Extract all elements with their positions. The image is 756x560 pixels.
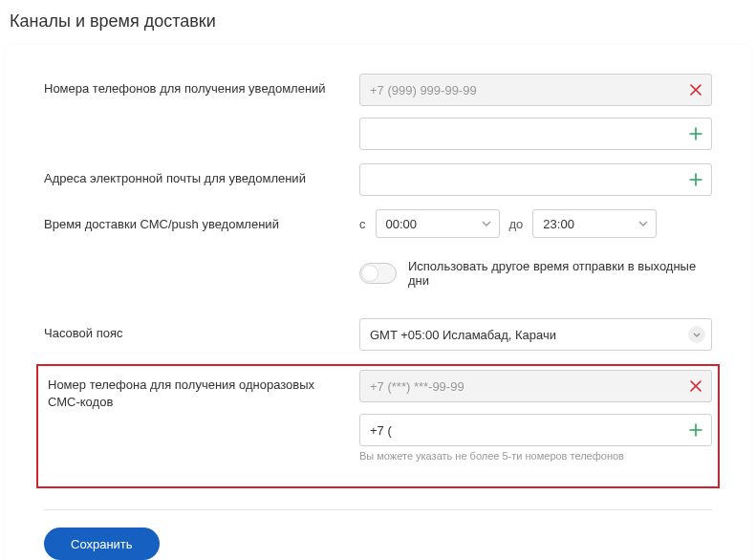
weekend-toggle[interactable] bbox=[359, 263, 397, 284]
time-to-value: 23:00 bbox=[543, 217, 574, 231]
sms-code-masked-wrap bbox=[359, 370, 712, 402]
emails-label: Адреса электронной почты для уведомлений bbox=[44, 163, 359, 187]
sms-code-masked-input bbox=[359, 370, 712, 402]
phones-label: Номера телефонов для получения уведомлен… bbox=[44, 74, 359, 97]
time-from-value: 00:00 bbox=[386, 217, 418, 231]
emails-row: Адреса электронной почты для уведомлений bbox=[44, 163, 712, 196]
email-add-wrap bbox=[359, 163, 712, 196]
phone-masked-wrap bbox=[359, 74, 712, 106]
save-button[interactable]: Сохранить bbox=[44, 528, 160, 560]
sms-codes-row: Номер телефона для получения одноразовых… bbox=[44, 370, 712, 462]
sms-codes-hint: Вы можете указать не более 5-ти номеров … bbox=[359, 450, 712, 462]
chevron-down-icon bbox=[688, 326, 705, 343]
time-from-select[interactable]: 00:00 bbox=[376, 209, 500, 238]
timing-label: Время доставки СМС/push уведомлений bbox=[44, 209, 359, 233]
sms-codes-label: Номер телефона для получения одноразовых… bbox=[44, 370, 359, 411]
phone-add-wrap bbox=[359, 118, 712, 150]
sms-code-add-wrap bbox=[359, 414, 712, 446]
divider bbox=[44, 509, 712, 510]
time-to-label: до bbox=[509, 217, 524, 231]
add-sms-phone-icon[interactable] bbox=[687, 421, 704, 439]
add-email-icon[interactable] bbox=[687, 171, 704, 188]
weekend-toggle-label: Использовать другое время отправки в вых… bbox=[408, 259, 712, 288]
timing-row: Время доставки СМС/push уведомлений с 00… bbox=[44, 209, 712, 238]
chevron-down-icon bbox=[482, 221, 491, 226]
remove-sms-phone-icon[interactable] bbox=[687, 377, 704, 395]
timezone-label: Часовой пояс bbox=[44, 318, 359, 342]
add-phone-icon[interactable] bbox=[687, 125, 704, 142]
timezone-value: GMT +05:00 Исламабад, Карачи bbox=[370, 328, 556, 342]
time-from-label: с bbox=[359, 217, 366, 231]
delivery-settings-card: Номера телефонов для получения уведомлен… bbox=[6, 45, 750, 560]
phone-add-input[interactable] bbox=[359, 118, 712, 150]
time-to-select[interactable]: 23:00 bbox=[532, 209, 657, 238]
remove-phone-icon[interactable] bbox=[687, 81, 704, 98]
sms-code-add-input[interactable] bbox=[359, 414, 712, 446]
weekend-row: Использовать другое время отправки в вых… bbox=[44, 251, 712, 305]
timezone-row: Часовой пояс GMT +05:00 Исламабад, Карач… bbox=[44, 318, 712, 351]
timezone-select[interactable]: GMT +05:00 Исламабад, Карачи bbox=[359, 318, 712, 351]
toggle-knob bbox=[361, 265, 378, 282]
chevron-down-icon bbox=[638, 221, 648, 226]
phones-row: Номера телефонов для получения уведомлен… bbox=[44, 74, 712, 150]
sms-codes-highlight: Номер телефона для получения одноразовых… bbox=[36, 364, 720, 488]
phone-masked-input bbox=[359, 74, 712, 106]
page-title: Каналы и время доставки bbox=[0, 0, 756, 45]
email-add-input[interactable] bbox=[359, 163, 712, 196]
